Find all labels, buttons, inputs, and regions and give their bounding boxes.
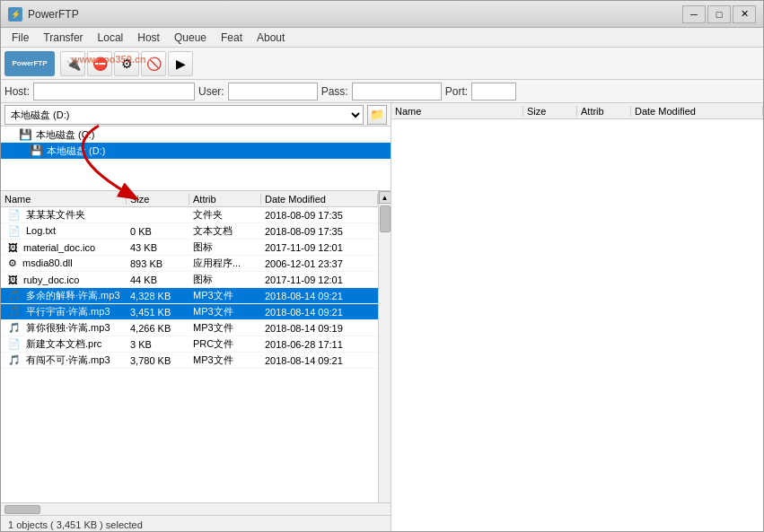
title-bar-controls: ─ □ ✕: [682, 5, 756, 23]
vscroll-thumb[interactable]: [380, 205, 391, 232]
toolbar-settings-btn[interactable]: ⚙: [114, 51, 139, 76]
menu-local[interactable]: Local: [91, 30, 131, 46]
right-panel: Name Size Attrib Date Modified: [391, 103, 763, 532]
col-size[interactable]: Size: [127, 194, 189, 205]
toolbar-disconnect-btn[interactable]: ⛔: [87, 51, 112, 76]
file-list-header: Name Size Attrib Date Modified: [1, 191, 378, 207]
user-input[interactable]: [228, 83, 318, 100]
folder-btn[interactable]: 📁: [367, 105, 387, 125]
file-size: 43 KB: [127, 242, 189, 253]
menu-feat[interactable]: Feat: [214, 30, 250, 46]
file-date: 2006-12-01 23:37: [261, 258, 378, 269]
file-date: 2018-08-09 17:35: [261, 226, 378, 237]
table-row[interactable]: 📄新建文本文档.prc 3 KB PRC文件 2018-06-28 17:11: [1, 336, 378, 353]
menu-transfer[interactable]: Transfer: [36, 30, 90, 46]
drive-select[interactable]: 本地磁盘 (D:) 本地磁盘 (C:): [4, 105, 364, 125]
file-attrib: 文件夹: [189, 208, 261, 222]
file-name: 🎵有闯不可·许嵩.mp3: [1, 353, 127, 367]
table-row[interactable]: 🎵有闯不可·许嵩.mp3 3,780 KB MP3文件 2018-08-14 0…: [1, 353, 378, 369]
disk-icon: 💾: [19, 128, 32, 141]
port-input[interactable]: [471, 83, 516, 100]
status-text: 1 objects ( 3,451 KB ) selected: [8, 519, 143, 530]
file-list-hscrollbar[interactable]: [1, 502, 391, 515]
file-name: 📄新建文本文档.prc: [1, 337, 127, 351]
remote-col-name[interactable]: Name: [391, 106, 523, 117]
menu-host[interactable]: Host: [130, 30, 167, 46]
minimize-button[interactable]: ─: [682, 5, 706, 23]
file-name: 🖼ruby_doc.ico: [1, 275, 127, 285]
file-size: 0 KB: [127, 226, 189, 237]
col-attrib[interactable]: Attrib: [189, 194, 261, 205]
table-row[interactable]: ⚙msdia80.dll 893 KB 应用程序... 2006-12-01 2…: [1, 256, 378, 272]
menu-about[interactable]: About: [250, 30, 292, 46]
close-button[interactable]: ✕: [733, 5, 756, 23]
table-row[interactable]: 🎵算你很独·许嵩.mp3 4,266 KB MP3文件 2018-08-14 0…: [1, 320, 378, 336]
maximize-button[interactable]: □: [707, 5, 731, 23]
file-size: 3,451 KB: [127, 307, 189, 318]
left-panel: 本地磁盘 (D:) 本地磁盘 (C:) 📁 💾 本地磁盘 (C:) 💾 本地磁盘…: [1, 103, 391, 532]
file-list-with-scroll: Name Size Attrib Date Modified 📄某某某文件夹 文…: [1, 191, 391, 502]
disk-icon-d: 💾: [30, 144, 43, 157]
file-date: 2018-08-14 09:21: [261, 355, 378, 366]
menu-bar: File Transfer Local Host Queue Feat Abou…: [1, 28, 763, 48]
tree-item-d-label: 本地磁盘 (D:): [47, 144, 105, 158]
drive-bar: 本地磁盘 (D:) 本地磁盘 (C:) 📁: [1, 103, 391, 126]
file-list-vscrollbar[interactable]: ▲: [378, 191, 391, 502]
remote-file-area: [391, 119, 763, 532]
file-attrib: MP3文件: [189, 305, 261, 318]
file-list-area: Name Size Attrib Date Modified 📄某某某文件夹 文…: [1, 191, 378, 502]
file-attrib: 图标: [189, 273, 261, 286]
app-icon: ⚡: [8, 7, 22, 22]
file-size: 3,780 KB: [127, 355, 189, 366]
file-date: 2018-06-28 17:11: [261, 339, 378, 350]
menu-file[interactable]: File: [4, 30, 36, 46]
file-name: 📄某某某文件夹: [1, 208, 127, 222]
file-size: 4,328 KB: [127, 291, 189, 301]
host-bar: Host: User: Pass: Port:: [1, 80, 763, 103]
remote-col-date[interactable]: Date Modified: [631, 106, 763, 117]
tree-item-d[interactable]: 💾 本地磁盘 (D:): [1, 143, 391, 159]
remote-col-size[interactable]: Size: [523, 106, 577, 117]
remote-col-attrib[interactable]: Attrib: [577, 106, 631, 117]
file-name: 🖼material_doc.ico: [1, 242, 127, 253]
host-input[interactable]: [33, 83, 195, 100]
table-row[interactable]: 🖼ruby_doc.ico 44 KB 图标 2017-11-09 12:01: [1, 272, 378, 288]
host-label: Host:: [4, 85, 30, 98]
table-row[interactable]: 🎵多余的解释·许嵩.mp3 4,328 KB MP3文件 2018-08-14 …: [1, 288, 378, 304]
port-label: Port:: [445, 85, 468, 98]
toolbar-connect-btn[interactable]: 🔌: [60, 51, 85, 76]
file-attrib: 应用程序...: [189, 257, 261, 270]
file-date: 2018-08-09 17:35: [261, 210, 378, 221]
tree-item-c[interactable]: 💾 本地磁盘 (C:): [1, 126, 391, 143]
file-date: 2017-11-09 12:01: [261, 275, 378, 285]
pass-label: Pass:: [321, 85, 348, 98]
file-attrib: PRC文件: [189, 337, 261, 351]
user-label: User:: [198, 85, 224, 98]
col-date[interactable]: Date Modified: [261, 194, 378, 205]
vscroll-up[interactable]: ▲: [379, 191, 391, 204]
file-size: 3 KB: [127, 339, 189, 350]
menu-queue[interactable]: Queue: [167, 30, 214, 46]
file-name: 📄Log.txt: [1, 225, 127, 237]
file-attrib: MP3文件: [189, 289, 261, 302]
toolbar-stop-btn[interactable]: 🚫: [141, 51, 166, 76]
table-row[interactable]: 📄Log.txt 0 KB 文本文档 2018-08-09 17:35: [1, 223, 378, 240]
toolbar: PowerFTP 🔌 ⛔ ⚙ 🚫 ▶: [1, 48, 763, 80]
col-name[interactable]: Name: [1, 194, 127, 205]
table-row[interactable]: 🖼material_doc.ico 43 KB 图标 2017-11-09 12…: [1, 240, 378, 256]
file-attrib: MP3文件: [189, 353, 261, 367]
file-name: 🎵多余的解释·许嵩.mp3: [1, 289, 127, 302]
file-date: 2018-08-14 09:19: [261, 323, 378, 334]
pass-input[interactable]: [352, 83, 442, 100]
file-name: 🎵算你很独·许嵩.mp3: [1, 321, 127, 335]
title-bar: ⚡ PowerFTP ─ □ ✕: [1, 1, 763, 28]
file-size: 4,266 KB: [127, 323, 189, 334]
toolbar-forward-btn[interactable]: ▶: [168, 51, 193, 76]
file-attrib: 文本文档: [189, 224, 261, 238]
hscroll-thumb[interactable]: [4, 505, 40, 514]
file-name: 🎵平行宇宙·许嵩.mp3: [1, 305, 127, 318]
table-row[interactable]: 🎵平行宇宙·许嵩.mp3 3,451 KB MP3文件 2018-08-14 0…: [1, 304, 378, 320]
left-status-bar: 1 objects ( 3,451 KB ) selected: [1, 515, 391, 532]
file-date: 2017-11-09 12:01: [261, 242, 378, 253]
table-row[interactable]: 📄某某某文件夹 文件夹 2018-08-09 17:35: [1, 207, 378, 223]
